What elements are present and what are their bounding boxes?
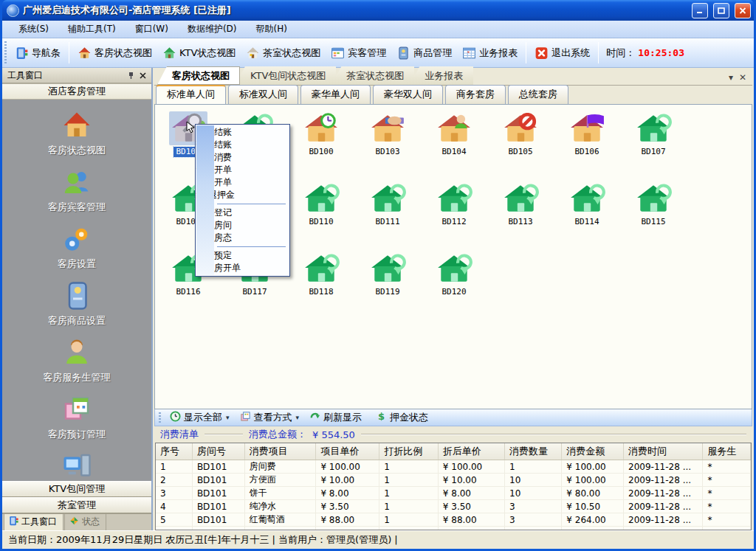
table-row[interactable]: 1BD101房间费¥ 100.001¥ 100.001¥ 100.002009-… [156,460,751,474]
room-item[interactable]: BD113 [487,178,554,248]
menu-item[interactable]: 窗口(W) [126,21,177,38]
view-mode-icon [240,411,251,424]
tab-list-dropdown-icon[interactable]: ▾ [729,72,733,83]
table-cell: 5 [156,513,192,527]
room-status-panel: BD101 BD102 BD100 BD103 [154,104,752,409]
document-tab[interactable]: 茶室状态视图 [331,66,414,85]
sidebar-item[interactable]: 客房预订管理 [2,391,151,448]
table-cell: 1 [156,460,192,474]
menu-item[interactable]: 数据维护(D) [179,21,246,38]
table-cell: ¥ 100.00 [316,460,379,474]
document-tab[interactable]: KTV包间状态视图 [236,66,336,85]
room-item[interactable]: BD119 [354,248,421,318]
table-row[interactable]: 4BD101纯净水¥ 3.501¥ 3.503¥ 10.502009-11-28… [156,500,751,513]
room-item[interactable]: BD118 [288,248,354,318]
action-button[interactable]: 刷新显示 [305,410,370,425]
table-column-header[interactable]: 项目单价 [316,443,379,460]
app-logo-icon [7,4,19,17]
toolbar-nav-button[interactable]: 导航条 [10,44,66,62]
consume-summary-bar: 消费清单 消费总金额： ¥ 554.50 [154,426,752,443]
table-cell: 3 [505,513,562,527]
toolbar-button[interactable]: 业务报表 [457,44,523,62]
room-item[interactable]: BD105 [487,108,554,178]
sidebar-item[interactable]: 客房设置 [2,221,151,277]
room-item[interactable]: BD107 [620,108,687,178]
room-label: BD120 [439,287,468,297]
room-type-tab[interactable]: 标准单人间 [156,85,226,104]
maximize-button[interactable] [713,3,729,18]
menu-item[interactable]: 辅助工具(T) [59,21,125,38]
toolbar-button[interactable]: 客房状态视图 [72,44,157,62]
room-type-tab[interactable]: 标准双人间 [228,85,298,104]
sidebar-bottom-tab[interactable]: 状态 [64,513,106,530]
minimize-button[interactable] [692,3,708,18]
table-column-header[interactable]: 消费数量 [505,443,562,460]
action-button[interactable]: $ 押金状态 [371,410,436,425]
toolbar-button[interactable]: KTV状态视图 [157,44,241,62]
room-item[interactable]: BD120 [421,248,487,318]
actions-toolbar-grip[interactable] [159,412,161,423]
room-type-tab[interactable]: 豪华单人间 [300,85,371,104]
toolbar-button[interactable]: 宾客管理 [326,44,391,62]
sidebar-bottom-tab[interactable]: 工具窗口 [4,513,63,530]
table-cell: 1 [379,474,438,487]
table-cell: * [703,500,751,513]
toolbar-button[interactable]: 商品管理 [391,44,457,62]
menu-item[interactable]: 系统(S) [10,21,58,38]
sidebar-group-button[interactable]: 茶室管理 [2,497,151,513]
close-button[interactable] [735,3,751,18]
sidebar-item[interactable]: 客房宾客管理 [2,164,151,221]
action-button-label: 押金状态 [390,411,428,424]
table-row[interactable]: 2BD101方便面¥ 10.001¥ 10.0010¥ 100.002009-1… [156,474,751,487]
sidebar-item[interactable]: 客房服务生管理 [2,334,151,391]
table-column-header[interactable]: 消费项目 [244,443,316,460]
sidebar-item[interactable]: 客房商品设置 [2,277,151,334]
action-button[interactable]: 查看方式 ▾ [236,410,304,425]
room-item[interactable]: BD115 [620,178,687,248]
close-panel-icon[interactable] [137,70,148,81]
pin-icon[interactable] [125,70,137,81]
room-icon-vacant [368,252,407,285]
table-column-header[interactable]: 序号 [156,443,192,460]
exit-icon [535,46,549,60]
toolbar-grip[interactable] [4,41,7,64]
table-row[interactable]: 3BD101饼干¥ 8.001¥ 8.0010¥ 80.002009-11-28… [156,487,751,500]
table-cell: ¥ 3.50 [316,500,379,513]
room-type-tab[interactable]: 总统套房 [508,85,568,104]
tab-close-icon[interactable]: ✕ [739,72,746,83]
refresh-icon [309,411,320,424]
table-row[interactable]: 5BD101红葡萄酒¥ 88.001¥ 88.003¥ 264.002009-1… [156,513,751,527]
exit-system-button[interactable]: 退出系统 [529,44,595,62]
toolbar: 导航条 客房状态视图 KTV状态视图 茶室状态视图 宾客管理 商品管理 业务报表… [2,38,754,68]
room-item[interactable]: BD106 [554,108,620,178]
room-item[interactable]: BD112 [421,178,487,248]
room-item[interactable]: BD103 [354,108,421,178]
room-item[interactable]: BD104 [421,108,487,178]
table-column-header[interactable]: 打折比例 [379,443,438,460]
room-item[interactable]: BD114 [554,178,620,248]
sidebar-item[interactable]: 客房状态视图 [2,107,151,164]
document-tab[interactable]: 客房状态视图 [157,66,240,85]
table-column-header[interactable]: 消费时间 [624,443,703,460]
room-item[interactable]: BD110 [288,178,354,248]
room-type-tab[interactable]: 商务套房 [445,85,506,104]
table-cell: BD101 [192,474,244,487]
group-header-hotel-rooms[interactable]: 酒店客房管理 [2,83,151,100]
menu-item[interactable]: 帮助(H) [247,21,296,38]
table-column-header[interactable]: 折后单价 [438,443,504,460]
action-button[interactable]: 显示全部 ▾ [165,410,234,425]
room-label: BD115 [639,217,667,227]
sidebar-group-button[interactable]: KTV包间管理 [2,481,151,497]
sidebar-item[interactable]: 客房其他款项登记 [2,448,151,481]
table-column-header[interactable]: 房间号 [192,443,244,460]
table-column-header[interactable]: 服务生 [703,443,751,460]
toolbar-button[interactable]: 茶室状态视图 [241,44,326,62]
sidebar-item-label: 客房设置 [58,257,96,271]
document-tab[interactable]: 业务报表 [410,66,473,85]
room-item[interactable]: BD111 [354,178,421,248]
table-header-row: 序号房间号消费项目项目单价打折比例折后单价消费数量消费金额消费时间服务生 [156,443,751,460]
table-column-header[interactable]: 消费金额 [562,443,624,460]
room-label: BD117 [240,287,269,297]
room-item[interactable]: BD100 [288,108,354,178]
room-type-tab[interactable]: 豪华双人间 [373,85,443,104]
